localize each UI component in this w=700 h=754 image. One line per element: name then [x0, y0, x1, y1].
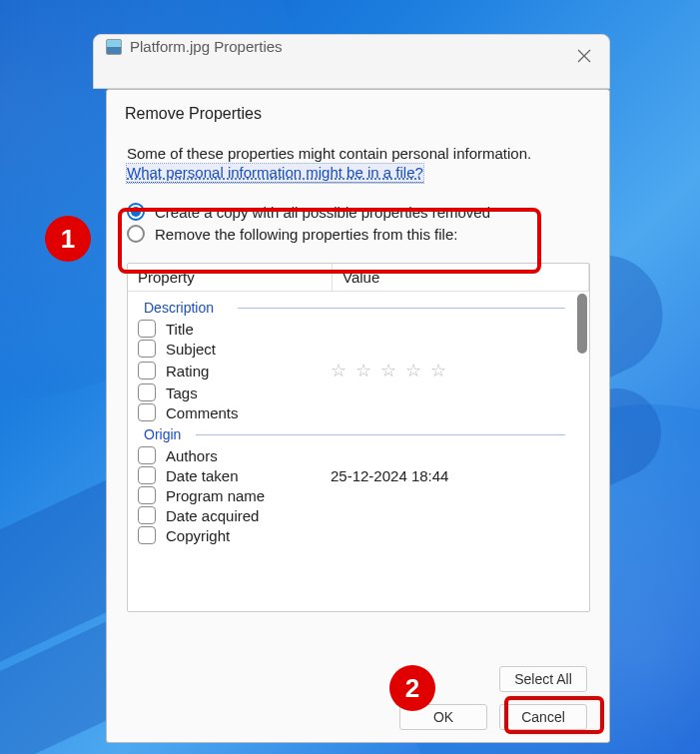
select-all-button[interactable]: Select All	[499, 666, 587, 692]
property-row-program-name: Program name	[128, 485, 589, 505]
checkbox-title[interactable]	[138, 320, 156, 338]
property-row-date-acquired: Date acquired	[128, 505, 589, 525]
cancel-button[interactable]: Cancel	[499, 704, 587, 730]
checkbox-date-taken[interactable]	[138, 466, 156, 484]
property-row-comments: Comments	[128, 402, 589, 422]
info-text: Some of these properties might contain p…	[127, 145, 589, 162]
checkbox-tags[interactable]	[138, 383, 156, 401]
radio-create-copy-label[interactable]: Create a copy with all possible properti…	[155, 204, 490, 221]
property-row-title: Title	[128, 319, 589, 339]
window-title: Platform.jpg Properties	[130, 38, 283, 55]
checkbox-comments[interactable]	[138, 403, 156, 421]
header-value[interactable]: Value	[333, 264, 589, 291]
property-row-subject: Subject	[128, 339, 589, 359]
property-header: Property Value	[128, 264, 589, 292]
rating-stars[interactable]: ☆ ☆ ☆ ☆ ☆	[331, 360, 448, 381]
properties-window-titlebar: Platform.jpg Properties	[93, 34, 610, 89]
group-description: Description	[128, 296, 589, 319]
radio-create-copy[interactable]	[127, 203, 145, 221]
date-taken-value: 25-12-2024 18:44	[331, 467, 448, 484]
property-row-date-taken: Date taken 25-12-2024 18:44	[128, 465, 589, 485]
help-link[interactable]: What personal information might be in a …	[127, 164, 423, 183]
scrollbar[interactable]	[577, 294, 587, 354]
ok-button[interactable]: OK	[399, 704, 487, 730]
remove-properties-dialog: Remove Properties Some of these properti…	[106, 89, 610, 743]
checkbox-date-acquired[interactable]	[138, 506, 156, 524]
group-origin: Origin	[128, 422, 589, 445]
property-list: Property Value Description Title Subject	[127, 263, 590, 612]
property-row-rating: Rating ☆ ☆ ☆ ☆ ☆	[128, 359, 589, 382]
radio-remove-following[interactable]	[127, 225, 145, 243]
close-button[interactable]	[573, 45, 595, 67]
property-row-authors: Authors	[128, 445, 589, 465]
radio-remove-following-label[interactable]: Remove the following properties from thi…	[155, 226, 457, 243]
checkbox-copyright[interactable]	[138, 526, 156, 544]
checkbox-rating[interactable]	[138, 362, 156, 379]
dialog-title: Remove Properties	[107, 90, 609, 123]
radio-group: Create a copy with all possible properti…	[127, 195, 589, 251]
property-row-copyright: Copyright	[128, 525, 589, 545]
checkbox-subject[interactable]	[138, 340, 156, 358]
header-property[interactable]: Property	[128, 264, 333, 291]
property-row-tags: Tags	[128, 382, 589, 402]
file-type-icon	[106, 39, 122, 55]
checkbox-program-name[interactable]	[138, 486, 156, 504]
checkbox-authors[interactable]	[138, 446, 156, 464]
